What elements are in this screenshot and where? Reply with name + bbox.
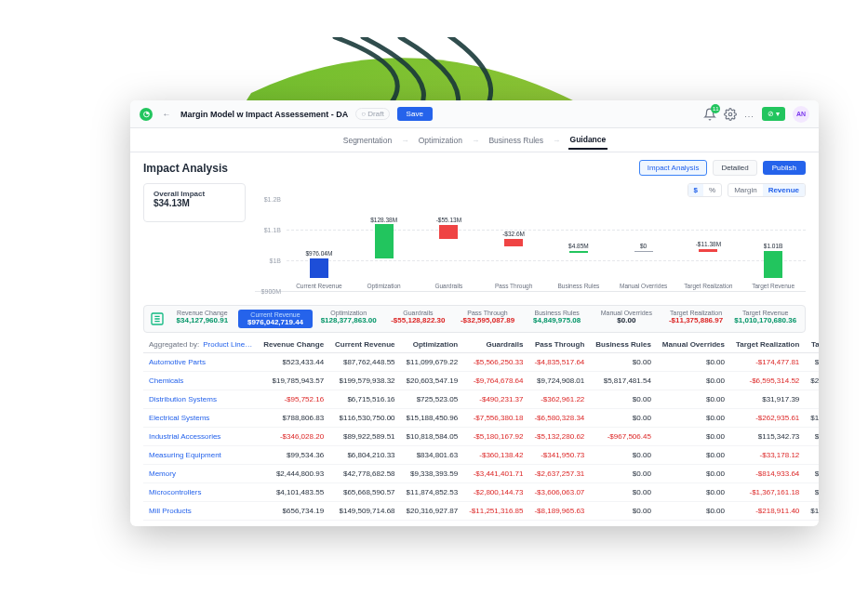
summary-cell: Target Revenue$1,010,170,680.36 <box>731 310 799 328</box>
table-cell: $6,903,744.69 <box>805 446 819 465</box>
table-cell: $11,874,852.53 <box>401 483 464 502</box>
page-header: Impact Analysis Impact Analysis Detailed… <box>130 152 819 183</box>
table-cell: $0.00 <box>657 502 730 521</box>
product-line-link[interactable]: Chemicals <box>143 372 258 390</box>
product-line-link[interactable]: Electrical Systems <box>143 409 258 428</box>
impact-analysis-button[interactable]: Impact Analysis <box>639 160 708 176</box>
table-row: Memory$2,444,800.93$42,778,682.58$9,338,… <box>143 465 819 483</box>
table-cell: $15,188,450.96 <box>401 409 464 428</box>
table-cell: $0.00 <box>590 465 657 483</box>
column-header[interactable]: Optimization <box>401 337 464 353</box>
table-cell: -$360,138.42 <box>463 446 528 465</box>
summary-cell: Revenue Change$34,127,960.91 <box>168 310 236 328</box>
table-cell: $31,917.39 <box>730 390 805 409</box>
table-cell: $0.00 <box>657 446 730 465</box>
summary-cell: Manual Overrides$0.00 <box>593 310 661 328</box>
table-cell: $2,444,800.93 <box>258 465 329 483</box>
publish-button[interactable]: Publish <box>763 161 806 175</box>
summary-value: $4,849,975.08 <box>523 316 591 324</box>
table-cell: -$362,961.22 <box>528 390 590 409</box>
column-header[interactable]: Revenue Change <box>258 337 329 353</box>
product-line-link[interactable]: Microcontrollers <box>143 483 258 502</box>
table-cell: $0.00 <box>657 353 730 372</box>
table-cell: $0.00 <box>657 483 730 502</box>
table-cell: -$218,911.40 <box>730 502 805 521</box>
table-cell: -$7,556,380.18 <box>463 409 528 428</box>
metric-revenue[interactable]: Revenue <box>763 184 805 196</box>
summary-header: Pass Through <box>454 310 522 316</box>
tab-optimization[interactable]: Optimization <box>417 132 464 149</box>
status-dropdown-button[interactable]: ⊘ ▾ <box>762 107 785 121</box>
table-cell: $0.00 <box>590 409 657 428</box>
table-cell: $199,579,938.32 <box>329 372 400 390</box>
table-cell: -$814,933.64 <box>730 465 805 483</box>
chevron-right-icon: → <box>553 136 561 145</box>
more-menu-button[interactable]: ... <box>744 110 754 119</box>
notifications-button[interactable]: 11 <box>703 108 716 121</box>
tab-business-rules[interactable]: Business Rules <box>487 132 545 149</box>
table-cell: $9,724,908.01 <box>528 372 590 390</box>
chart-bar: -$11.38MTarget Realization <box>676 199 741 278</box>
product-line-link[interactable]: Memory <box>143 465 258 483</box>
user-avatar[interactable]: AN <box>793 106 809 123</box>
detailed-button[interactable]: Detailed <box>713 160 756 176</box>
product-line-link[interactable]: Mill Products <box>143 502 258 521</box>
summary-header: Business Rules <box>523 310 591 316</box>
table-row: Measuring Equipment$99,534.36$6,804,210.… <box>143 446 819 465</box>
metric-toggle[interactable]: Margin Revenue <box>728 183 806 197</box>
chart-bar-category: Guardrails <box>421 283 476 289</box>
table-cell: $6,715,516.16 <box>329 390 400 409</box>
column-header[interactable]: Guardrails <box>463 337 528 353</box>
table-cell: $0.00 <box>657 409 730 428</box>
summary-value: -$55,128,822.30 <box>384 316 452 324</box>
table-cell: -$9,764,678.64 <box>463 372 528 390</box>
unit-toggle[interactable]: $ % <box>688 183 723 197</box>
table-cell: $150,166,448.88 <box>805 502 819 521</box>
chevron-right-icon: → <box>472 136 480 145</box>
product-line-link[interactable]: Distribution Systems <box>143 390 258 409</box>
table-cell: -$174,477.81 <box>730 353 805 372</box>
unit-percent[interactable]: % <box>703 184 721 196</box>
chart-bar-category: Pass Through <box>486 283 541 289</box>
summary-header: Manual Overrides <box>593 310 661 316</box>
unit-dollar[interactable]: $ <box>688 184 703 196</box>
export-icon[interactable] <box>150 311 165 326</box>
save-button[interactable]: Save <box>397 107 433 121</box>
tab-guidance[interactable]: Guidance <box>568 131 608 150</box>
column-header[interactable]: Pass Through <box>528 337 590 353</box>
table-cell: -$5,180,167.92 <box>463 428 528 446</box>
summary-value: $976,042,719.44 <box>242 318 310 326</box>
column-header[interactable]: Target Revenue <box>805 337 819 353</box>
column-header[interactable]: Manual Overrides <box>657 337 730 353</box>
column-header[interactable]: Target Realization <box>730 337 805 353</box>
chart-bar: $4.85MBusiness Rules <box>546 199 611 278</box>
product-line-link[interactable]: Industrial Accessories <box>143 428 258 446</box>
summary-header: Target Revenue <box>731 310 799 316</box>
product-line-link[interactable]: Measuring Equipment <box>143 446 258 465</box>
aggregated-by-header[interactable]: Aggregated by:Product Line… <box>143 337 258 353</box>
svg-point-0 <box>729 112 733 116</box>
table-cell: $523,433.44 <box>258 353 329 372</box>
titlebar: ◔ ← Margin Model w Impact Assessement - … <box>130 100 819 128</box>
column-header[interactable]: Business Rules <box>590 337 657 353</box>
settings-icon[interactable] <box>724 108 737 121</box>
tab-segmentation[interactable]: Segmentation <box>341 132 394 149</box>
back-button[interactable]: ← <box>160 108 173 121</box>
table-cell: $115,342.73 <box>730 428 805 446</box>
table-cell: $20,316,927.87 <box>401 502 464 521</box>
table-cell: -$262,935.61 <box>730 409 805 428</box>
table-cell: -$5,566,250.33 <box>463 353 528 372</box>
table-row: Distribution Systems-$95,752.16$6,715,51… <box>143 390 819 409</box>
chart-bar-category: Optimization <box>356 283 412 289</box>
column-header[interactable]: Current Revenue <box>329 337 400 353</box>
summary-value: $0.00 <box>593 316 661 324</box>
page-model-title: Margin Model w Impact Assessement - DA <box>180 110 348 119</box>
metric-margin[interactable]: Margin <box>728 184 762 196</box>
summary-cell: Target Realization-$11,375,886.97 <box>662 310 730 328</box>
table-cell: $69,770,074.12 <box>805 483 819 502</box>
table-cell: $89,922,589.51 <box>329 428 400 446</box>
overall-impact-label: Overall Impact <box>154 190 235 198</box>
table-cell: $725,523.05 <box>401 390 464 409</box>
product-line-link[interactable]: Automotive Parts <box>143 353 258 372</box>
table-cell: $0.00 <box>590 446 657 465</box>
